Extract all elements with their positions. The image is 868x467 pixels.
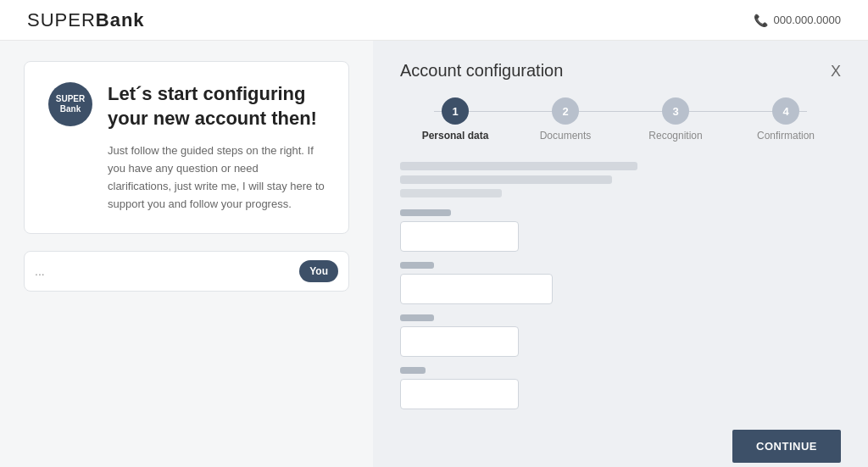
field-label-skeleton-2 [400,262,434,269]
step-2-label: Documents [540,130,592,142]
field-label-skeleton-3 [400,314,434,321]
header-phone: 📞 000.000.0000 [754,14,841,27]
avatar-line1: SUPER [56,94,85,104]
chat-input-row[interactable]: You [24,251,349,292]
step-4[interactable]: 4 Confirmation [731,97,841,142]
form-field-3 [400,314,841,357]
skeleton-line-2 [400,175,612,184]
step-1-circle: 1 [442,97,469,125]
panel-header: Account configuration X [400,61,841,81]
step-2-circle: 2 [552,97,579,125]
field-label-skeleton-4 [400,367,426,374]
form-field-4 [400,367,841,409]
close-button[interactable]: X [831,64,841,79]
right-panel: Account configuration X 1 Personal data … [373,41,868,467]
app-header: SUPERBank 📞 000.000.0000 [0,0,868,41]
phone-number: 000.000.0000 [773,14,841,26]
avatar-line2: Bank [60,104,81,114]
step-1-label: Personal data [422,130,489,142]
phone-icon: 📞 [754,14,768,27]
step-4-circle: 4 [772,97,799,125]
logo-light: SUPER [27,9,96,31]
step-2[interactable]: 2 Documents [510,97,620,142]
logo-bold: Bank [96,9,145,31]
field-label-skeleton-1 [400,209,451,216]
form-input-1[interactable] [400,221,519,252]
form-field-1 [400,209,841,252]
left-panel: SUPER Bank Let´s start configuring your … [0,41,373,467]
avatar: SUPER Bank [48,82,92,126]
continue-button[interactable]: CONTINUE [732,430,841,463]
panel-title: Account configuration [400,61,563,81]
chat-content: Let´s start configuring your new account… [108,82,325,213]
form-input-2[interactable] [400,274,553,304]
step-1[interactable]: 1 Personal data [400,97,510,142]
form-field-2 [400,262,841,304]
logo: SUPERBank [27,9,145,31]
continue-btn-row: CONTINUE [400,430,841,463]
step-4-label: Confirmation [757,130,815,142]
step-3[interactable]: 3 Recognition [620,97,731,142]
you-badge[interactable]: You [299,260,338,282]
skeleton-line-1 [400,162,637,170]
chat-input[interactable] [35,264,291,278]
steps-container: 1 Personal data 2 Documents 3 Recognitio… [400,97,841,142]
step-3-label: Recognition [648,130,702,142]
form-area [400,162,841,420]
chat-heading: Let´s start configuring your new account… [108,82,325,131]
form-input-3[interactable] [400,326,519,357]
skeleton-line-3 [400,189,502,197]
form-input-4[interactable] [400,379,519,409]
main-layout: SUPER Bank Let´s start configuring your … [0,41,868,467]
step-3-circle: 3 [662,97,689,125]
assistant-message-bubble: SUPER Bank Let´s start configuring your … [24,61,349,234]
chat-body: Just follow the guided steps on the righ… [108,142,325,213]
